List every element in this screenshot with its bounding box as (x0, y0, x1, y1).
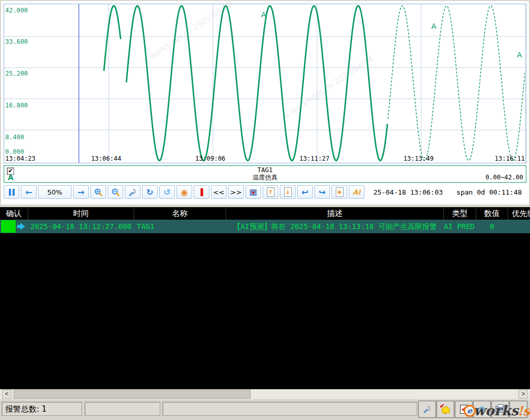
x-axis-tick-label: 13:11:27 (299, 155, 329, 162)
series-desc: 温度仿真 (4, 174, 526, 181)
alarm-table-header: 确认时间名称描述类型数值优先级 (0, 207, 530, 220)
column-header-desc[interactable]: 描述 (226, 207, 444, 220)
y-axis-tick-label: 16.800 (5, 102, 28, 109)
status-buttons: ✔✔❄ (418, 401, 528, 418)
trend-plot[interactable]: AAA e-works.net.cn 2025/04/18 e-works.ne… (4, 4, 526, 163)
ai-button-label: AI (353, 188, 361, 196)
alarm-table: 确认时间名称描述类型数值优先级 2025-04-18 13:12:27.000T… (0, 207, 530, 389)
x-axis-tick-label: 13:06:44 (91, 155, 121, 162)
status-bar: 报警总数: 1 ✔✔❄ e works !s (0, 399, 530, 420)
reset-view-icon: ↺ (163, 187, 170, 197)
cursor-datetime: 25-04-18 13:06:03 (373, 188, 443, 196)
jump-forward-button[interactable]: ↪ (314, 185, 330, 199)
column-header-ack[interactable]: 确认 (0, 207, 28, 220)
scroll-left-button[interactable]: < (2, 390, 11, 399)
record-icon: ◉ (181, 187, 188, 197)
refresh-button[interactable]: ↻ (142, 185, 158, 199)
trend-chart-panel: AAA e-works.net.cn 2025/04/18 e-works.ne… (1, 1, 529, 205)
wrench-icon (128, 188, 137, 197)
step-back-button[interactable]: ← (21, 185, 37, 199)
column-header-value[interactable]: 数值 (476, 207, 508, 220)
step-forward-icon: → (77, 187, 84, 197)
alarm-marker-label: A (431, 22, 437, 30)
alarm-time: 2025-04-18 13:12:27.000 (28, 220, 134, 233)
alarm-value: 0 (476, 220, 508, 233)
alarm-marker-label: A (517, 51, 522, 59)
series-title: TAG1 温度仿真 (4, 166, 526, 181)
pause-icon (9, 189, 15, 196)
freeze-button[interactable]: ❄ (473, 401, 491, 418)
report-seal-icon: ◉ (336, 187, 344, 197)
wrench-icon (423, 405, 432, 414)
print-button[interactable] (491, 401, 509, 418)
data-table-button[interactable]: ▦ (245, 185, 261, 199)
printer-icon (496, 406, 505, 413)
y-axis-tick-label: 42.000 (5, 7, 28, 14)
blank-button[interactable] (510, 401, 527, 418)
cursor-marker-button[interactable] (194, 185, 209, 199)
zoom-level-button[interactable]: 50% (38, 185, 72, 199)
record-button[interactable]: ◉ (176, 185, 192, 199)
y-axis-tick-label: 0.000 (5, 148, 24, 155)
table-grid-icon: ▦ (249, 188, 257, 196)
zoom-in-icon (94, 188, 103, 197)
status-panel-2 (85, 402, 160, 416)
alarm-config-button[interactable]: ✔ (437, 401, 454, 418)
column-header-time[interactable]: 时间 (28, 207, 134, 220)
alarm-name: TAG1 (134, 220, 226, 233)
zoom-in-button[interactable] (90, 185, 106, 199)
alarm-priority (508, 220, 530, 233)
trend-toolbar: ←50%→ ↻↺◉<<>>▦↑↓↩↪◉AI 25-04-18 13:06:03 … (4, 185, 526, 199)
export-down-button[interactable]: ↓ (280, 185, 296, 199)
settings-button[interactable] (418, 401, 436, 418)
alarm-marker-label: A (261, 10, 266, 19)
step-back-icon: ← (25, 187, 32, 197)
scroll-right-button[interactable]: > (519, 390, 528, 399)
page-next-button[interactable]: >> (228, 185, 244, 199)
horizontal-scrollbar[interactable]: < > (0, 389, 530, 399)
alarm-type: AI PRED. (444, 220, 476, 233)
export-up-icon: ↑ (267, 187, 275, 197)
trend-curve-canvas: AAA (4, 4, 526, 163)
x-axis-tick-label: 13:16:11 (494, 155, 525, 162)
scrollbar-thumb[interactable] (14, 390, 251, 399)
reset-view-button[interactable]: ↺ (159, 185, 175, 199)
column-header-name[interactable]: 名称 (134, 207, 226, 220)
alarm-arrow-icon (17, 223, 25, 230)
zoom-out-button[interactable] (108, 185, 123, 199)
jump-back-button[interactable]: ↩ (297, 185, 313, 199)
page-prev-button[interactable]: << (211, 185, 227, 199)
report-button[interactable]: ◉ (332, 185, 347, 199)
status-panel-3 (162, 402, 417, 416)
ack-cell[interactable] (0, 220, 25, 233)
alarm-total-panel: 报警总数: 1 (2, 402, 82, 416)
alarm-bell-icon: ✔ (441, 405, 450, 414)
export-up-button[interactable]: ↑ (263, 185, 278, 199)
x-axis-tick-label: 13:09:06 (195, 155, 226, 162)
step-forward-button[interactable]: → (73, 185, 89, 199)
y-axis-tick-label: 25.200 (5, 70, 28, 77)
legend-box: ✔ A TAG1 温度仿真 0.00~42.00 (4, 165, 526, 183)
alarm-ack (0, 220, 28, 233)
x-axis-tick-label: 13:04:23 (5, 155, 36, 162)
ack-alarms-button[interactable]: ✔ (455, 401, 473, 418)
settings-button[interactable] (125, 185, 140, 199)
freeze-icon: ❄ (478, 404, 485, 414)
jump-back-icon: ↩ (301, 187, 308, 197)
refresh-icon: ↻ (146, 187, 153, 197)
alarm-desc: 【AI预测】将在 2025-04-18 13:13:18 可能产生高限报警 (226, 220, 444, 233)
ai-button[interactable]: AI (349, 185, 364, 199)
alarm-row[interactable]: 2025-04-18 13:12:27.000TAG1【AI预测】将在 2025… (0, 220, 530, 233)
zoom-out-icon (111, 188, 120, 197)
ack-status-box (1, 220, 16, 233)
column-header-priority[interactable]: 优先级 (508, 207, 530, 220)
x-axis-tick-label: 13:13:49 (404, 155, 434, 162)
toolbar-buttons: ←50%→ ↻↺◉<<>>▦↑↓↩↪◉AI (4, 185, 366, 199)
y-axis-tick-label: 33.600 (5, 38, 28, 45)
series-range: 0.00~42.00 (486, 174, 523, 181)
series-tag: TAG1 (4, 166, 526, 174)
pause-button[interactable] (4, 185, 19, 199)
cursor-marker-icon (201, 188, 203, 196)
column-header-type[interactable]: 类型 (444, 207, 476, 220)
time-span: span 0d 00:11:48 (456, 188, 522, 196)
